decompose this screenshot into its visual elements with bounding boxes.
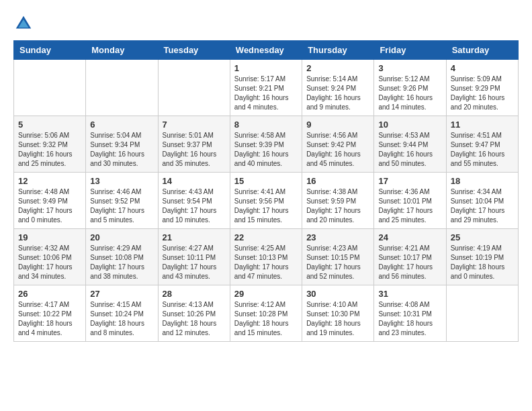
calendar-cell: 13Sunrise: 4:46 AM Sunset: 9:52 PM Dayli… bbox=[86, 173, 158, 229]
header-monday: Monday bbox=[86, 41, 158, 60]
calendar-cell: 7Sunrise: 5:01 AM Sunset: 9:37 PM Daylig… bbox=[158, 116, 230, 173]
header-thursday: Thursday bbox=[302, 41, 374, 60]
day-number: 24 bbox=[378, 232, 441, 242]
calendar-cell: 18Sunrise: 4:34 AM Sunset: 10:04 PM Dayl… bbox=[446, 173, 518, 229]
logo-icon bbox=[13, 13, 34, 34]
day-number: 7 bbox=[163, 120, 226, 130]
day-number: 14 bbox=[163, 176, 226, 186]
day-info: Sunrise: 5:12 AM Sunset: 9:26 PM Dayligh… bbox=[378, 75, 441, 112]
day-info: Sunrise: 4:53 AM Sunset: 9:44 PM Dayligh… bbox=[378, 131, 441, 169]
calendar-cell: 1Sunrise: 5:17 AM Sunset: 9:21 PM Daylig… bbox=[230, 60, 302, 116]
day-number: 10 bbox=[378, 120, 441, 130]
calendar-cell: 8Sunrise: 4:58 AM Sunset: 9:39 PM Daylig… bbox=[230, 116, 302, 173]
day-info: Sunrise: 4:13 AM Sunset: 10:26 PM Daylig… bbox=[163, 300, 226, 338]
calendar-cell: 3Sunrise: 5:12 AM Sunset: 9:26 PM Daylig… bbox=[374, 60, 446, 116]
day-number: 13 bbox=[90, 176, 153, 186]
day-number: 19 bbox=[18, 232, 81, 242]
header-saturday: Saturday bbox=[446, 41, 518, 60]
day-number: 23 bbox=[306, 232, 369, 242]
day-number: 5 bbox=[18, 120, 81, 130]
day-number: 26 bbox=[18, 289, 81, 299]
day-info: Sunrise: 5:17 AM Sunset: 9:21 PM Dayligh… bbox=[234, 75, 298, 112]
calendar-week-row: 26Sunrise: 4:17 AM Sunset: 10:22 PM Dayl… bbox=[14, 285, 519, 342]
calendar-cell: 9Sunrise: 4:56 AM Sunset: 9:42 PM Daylig… bbox=[302, 116, 374, 173]
day-info: Sunrise: 4:23 AM Sunset: 10:15 PM Daylig… bbox=[306, 244, 369, 281]
calendar-cell: 11Sunrise: 4:51 AM Sunset: 9:47 PM Dayli… bbox=[446, 116, 518, 173]
calendar-cell: 20Sunrise: 4:29 AM Sunset: 10:08 PM Dayl… bbox=[86, 229, 158, 285]
calendar-cell: 27Sunrise: 4:15 AM Sunset: 10:24 PM Dayl… bbox=[86, 285, 158, 342]
day-info: Sunrise: 4:43 AM Sunset: 9:54 PM Dayligh… bbox=[163, 187, 226, 225]
day-number: 31 bbox=[378, 289, 441, 299]
calendar-cell: 6Sunrise: 5:04 AM Sunset: 9:34 PM Daylig… bbox=[86, 116, 158, 173]
calendar-cell: 5Sunrise: 5:06 AM Sunset: 9:32 PM Daylig… bbox=[14, 116, 86, 173]
calendar-cell bbox=[86, 60, 158, 116]
calendar-cell: 17Sunrise: 4:36 AM Sunset: 10:01 PM Dayl… bbox=[374, 173, 446, 229]
day-info: Sunrise: 4:48 AM Sunset: 9:49 PM Dayligh… bbox=[18, 187, 81, 225]
day-info: Sunrise: 4:32 AM Sunset: 10:06 PM Daylig… bbox=[18, 244, 81, 281]
day-info: Sunrise: 4:19 AM Sunset: 10:19 PM Daylig… bbox=[451, 244, 514, 281]
calendar-cell: 22Sunrise: 4:25 AM Sunset: 10:13 PM Dayl… bbox=[230, 229, 302, 285]
calendar-week-row: 12Sunrise: 4:48 AM Sunset: 9:49 PM Dayli… bbox=[14, 173, 519, 229]
calendar-cell: 24Sunrise: 4:21 AM Sunset: 10:17 PM Dayl… bbox=[374, 229, 446, 285]
day-number: 12 bbox=[18, 176, 81, 186]
day-number: 20 bbox=[90, 232, 153, 242]
calendar-cell: 30Sunrise: 4:10 AM Sunset: 10:30 PM Dayl… bbox=[302, 285, 374, 342]
calendar-cell: 19Sunrise: 4:32 AM Sunset: 10:06 PM Dayl… bbox=[14, 229, 86, 285]
calendar-cell: 26Sunrise: 4:17 AM Sunset: 10:22 PM Dayl… bbox=[14, 285, 86, 342]
day-info: Sunrise: 4:08 AM Sunset: 10:31 PM Daylig… bbox=[378, 300, 441, 338]
day-number: 9 bbox=[306, 120, 369, 130]
day-number: 1 bbox=[234, 63, 298, 73]
day-number: 11 bbox=[451, 120, 514, 130]
day-number: 3 bbox=[378, 63, 441, 73]
calendar-cell: 23Sunrise: 4:23 AM Sunset: 10:15 PM Dayl… bbox=[302, 229, 374, 285]
day-number: 16 bbox=[306, 176, 369, 186]
calendar-cell: 12Sunrise: 4:48 AM Sunset: 9:49 PM Dayli… bbox=[14, 173, 86, 229]
day-number: 22 bbox=[234, 232, 298, 242]
calendar-cell: 10Sunrise: 4:53 AM Sunset: 9:44 PM Dayli… bbox=[374, 116, 446, 173]
day-info: Sunrise: 5:09 AM Sunset: 9:29 PM Dayligh… bbox=[451, 75, 514, 112]
calendar-cell: 21Sunrise: 4:27 AM Sunset: 10:11 PM Dayl… bbox=[158, 229, 230, 285]
calendar-cell: 14Sunrise: 4:43 AM Sunset: 9:54 PM Dayli… bbox=[158, 173, 230, 229]
header-friday: Friday bbox=[374, 41, 446, 60]
day-info: Sunrise: 4:29 AM Sunset: 10:08 PM Daylig… bbox=[90, 244, 153, 281]
day-info: Sunrise: 4:25 AM Sunset: 10:13 PM Daylig… bbox=[234, 244, 298, 281]
day-number: 15 bbox=[234, 176, 298, 186]
day-number: 30 bbox=[306, 289, 369, 299]
calendar-cell: 25Sunrise: 4:19 AM Sunset: 10:19 PM Dayl… bbox=[446, 229, 518, 285]
calendar-cell bbox=[14, 60, 86, 116]
calendar-cell: 2Sunrise: 5:14 AM Sunset: 9:24 PM Daylig… bbox=[302, 60, 374, 116]
day-number: 4 bbox=[451, 63, 514, 73]
day-info: Sunrise: 4:12 AM Sunset: 10:28 PM Daylig… bbox=[234, 300, 298, 338]
day-info: Sunrise: 4:17 AM Sunset: 10:22 PM Daylig… bbox=[18, 300, 81, 338]
calendar-table: SundayMondayTuesdayWednesdayThursdayFrid… bbox=[13, 40, 519, 342]
logo bbox=[13, 13, 36, 34]
day-number: 27 bbox=[90, 289, 153, 299]
calendar-cell: 16Sunrise: 4:38 AM Sunset: 9:59 PM Dayli… bbox=[302, 173, 374, 229]
day-info: Sunrise: 4:38 AM Sunset: 9:59 PM Dayligh… bbox=[306, 187, 369, 225]
day-info: Sunrise: 4:10 AM Sunset: 10:30 PM Daylig… bbox=[306, 300, 369, 338]
day-number: 8 bbox=[234, 120, 298, 130]
day-info: Sunrise: 4:58 AM Sunset: 9:39 PM Dayligh… bbox=[234, 131, 298, 169]
day-info: Sunrise: 5:06 AM Sunset: 9:32 PM Dayligh… bbox=[18, 131, 81, 169]
page-header bbox=[13, 13, 519, 34]
day-number: 6 bbox=[90, 120, 153, 130]
calendar-cell: 31Sunrise: 4:08 AM Sunset: 10:31 PM Dayl… bbox=[374, 285, 446, 342]
calendar-cell bbox=[446, 285, 518, 342]
day-info: Sunrise: 5:04 AM Sunset: 9:34 PM Dayligh… bbox=[90, 131, 153, 169]
calendar-cell: 15Sunrise: 4:41 AM Sunset: 9:56 PM Dayli… bbox=[230, 173, 302, 229]
calendar-week-row: 1Sunrise: 5:17 AM Sunset: 9:21 PM Daylig… bbox=[14, 60, 519, 116]
calendar-cell: 29Sunrise: 4:12 AM Sunset: 10:28 PM Dayl… bbox=[230, 285, 302, 342]
day-number: 2 bbox=[306, 63, 369, 73]
header-wednesday: Wednesday bbox=[230, 41, 302, 60]
header-tuesday: Tuesday bbox=[158, 41, 230, 60]
day-number: 29 bbox=[234, 289, 298, 299]
calendar-cell: 4Sunrise: 5:09 AM Sunset: 9:29 PM Daylig… bbox=[446, 60, 518, 116]
calendar-header-row: SundayMondayTuesdayWednesdayThursdayFrid… bbox=[14, 41, 519, 60]
day-info: Sunrise: 4:41 AM Sunset: 9:56 PM Dayligh… bbox=[234, 187, 298, 225]
day-info: Sunrise: 4:34 AM Sunset: 10:04 PM Daylig… bbox=[451, 187, 514, 225]
calendar-week-row: 5Sunrise: 5:06 AM Sunset: 9:32 PM Daylig… bbox=[14, 116, 519, 173]
day-info: Sunrise: 4:36 AM Sunset: 10:01 PM Daylig… bbox=[378, 187, 441, 225]
calendar-cell bbox=[158, 60, 230, 116]
day-number: 21 bbox=[163, 232, 226, 242]
day-info: Sunrise: 5:14 AM Sunset: 9:24 PM Dayligh… bbox=[306, 75, 369, 112]
